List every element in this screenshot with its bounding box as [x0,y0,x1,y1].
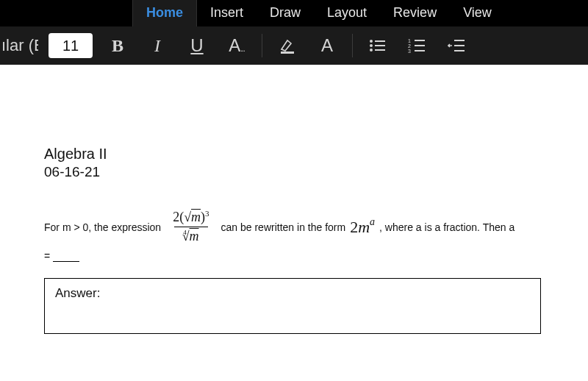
form-coef: 2 [350,218,358,236]
tab-draw[interactable]: Draw [257,0,314,26]
answer-label: Answer: [55,286,100,300]
math-fraction: 2 ( √ m ) 3 4 √ m [170,210,212,244]
svg-rect-13 [454,40,465,41]
svg-text:3: 3 [408,49,411,54]
ribbon-tabs: Home Insert Draw Layout Review View [0,0,588,26]
highlight-button[interactable] [273,31,302,60]
tab-insert[interactable]: Insert [197,0,257,26]
den-root-index: 4 [183,229,187,236]
form-exponent: a [370,216,375,227]
font-options-button[interactable]: A... [222,31,251,60]
answer-box[interactable]: Answer: [44,278,541,334]
equals-sign: = [44,250,50,262]
svg-text:1: 1 [408,38,411,43]
problem-text-1: For m > 0, the expression [44,221,161,233]
italic-button[interactable]: I [143,31,172,60]
fraction-numerator: 2 ( √ m ) 3 [170,210,212,227]
tab-layout[interactable]: Layout [314,0,380,26]
target-form-expression: 2ma [350,218,375,237]
document-heading: Algebra II [44,146,544,163]
toolbar-divider [352,34,353,57]
problem-statement: For m > 0, the expression 2 ( √ m ) 3 4 … [44,210,544,244]
tab-review[interactable]: Review [380,0,450,26]
svg-rect-8 [415,40,425,41]
svg-rect-0 [281,51,294,54]
underline-button[interactable]: U [182,31,212,60]
bold-button[interactable]: B [103,31,132,60]
svg-point-5 [370,49,373,51]
num-radicand: m [191,210,201,225]
svg-rect-14 [454,45,465,46]
formatting-toolbar: ılar (E 11 B I U A... A 1 2 3 [0,26,588,65]
toolbar-divider [262,34,262,57]
svg-text:2: 2 [408,43,411,49]
numbered-list-button[interactable]: 1 2 3 [403,31,432,60]
svg-rect-6 [375,49,385,51]
answer-blank-line [53,254,79,262]
svg-point-1 [370,40,373,43]
problem-text-2: can be rewritten in the form [221,221,346,233]
svg-rect-2 [375,40,385,42]
decrease-indent-button[interactable] [442,31,472,60]
svg-rect-12 [415,50,425,51]
problem-text-3: , where a is a fraction. Then a [379,221,514,233]
svg-rect-15 [454,50,465,51]
fraction-denominator: 4 √ m [174,227,207,244]
font-color-button[interactable]: A [312,31,342,60]
equals-blank: = [44,250,544,262]
document-page[interactable]: Algebra II 06-16-21 For m > 0, the expre… [0,65,588,349]
tab-home[interactable]: Home [132,0,197,26]
bulleted-list-button[interactable] [363,31,392,60]
svg-rect-4 [375,45,385,46]
tab-view[interactable]: View [450,0,505,26]
font-size-input[interactable]: 11 [49,33,93,58]
font-name-select[interactable]: ılar (E [1,36,38,55]
document-date: 06-16-21 [44,164,544,180]
sqrt-symbol: √ [184,210,191,225]
svg-rect-10 [415,45,425,46]
num-coef: 2 [173,210,179,225]
svg-point-3 [370,44,373,47]
num-exponent: 3 [205,209,209,218]
form-var: m [358,218,370,236]
den-radicand: m [190,229,199,244]
